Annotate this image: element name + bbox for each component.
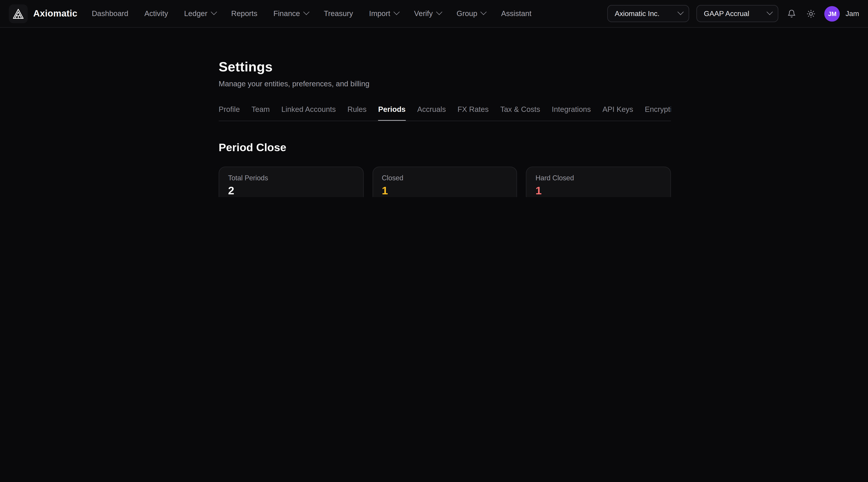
- tab-linked-accounts[interactable]: Linked Accounts: [281, 105, 336, 121]
- nav-item-assistant[interactable]: Assistant: [501, 9, 531, 18]
- chevron-down-icon: [480, 9, 487, 15]
- tab-accruals[interactable]: Accruals: [417, 105, 446, 121]
- settings-tabs: Profile Team Linked Accounts Rules Perio…: [219, 105, 671, 121]
- user-avatar[interactable]: JM: [825, 6, 840, 22]
- stat-card-hard-closed: Hard Closed 1: [526, 166, 671, 197]
- user-name: Jam: [846, 9, 859, 18]
- chevron-down-icon: [211, 9, 217, 15]
- chevron-down-icon: [303, 9, 309, 15]
- nav-item-ledger[interactable]: Ledger: [184, 9, 215, 18]
- stat-value: 2: [228, 184, 354, 197]
- stat-card-closed: Closed 1: [372, 166, 517, 197]
- main-nav: Dashboard Activity Ledger Reports Financ…: [92, 9, 531, 18]
- chevron-down-icon: [394, 9, 400, 15]
- stat-label: Hard Closed: [535, 174, 662, 182]
- top-navbar: Axiomatic Dashboard Activity Ledger Repo…: [0, 0, 868, 28]
- nav-item-import[interactable]: Import: [369, 9, 398, 18]
- tab-encryption[interactable]: Encryption: [645, 105, 671, 121]
- bell-icon: [787, 9, 796, 18]
- tab-tax-costs[interactable]: Tax & Costs: [500, 105, 540, 121]
- nav-item-verify[interactable]: Verify: [414, 9, 440, 18]
- stat-cards: Total Periods 2 Closed 1 Hard Closed 1: [219, 166, 671, 197]
- app-logo[interactable]: [9, 4, 28, 23]
- nav-item-treasury[interactable]: Treasury: [324, 9, 353, 18]
- stat-value: 1: [382, 184, 508, 197]
- nav-item-finance[interactable]: Finance: [274, 9, 308, 18]
- page-subtitle: Manage your entities, preferences, and b…: [219, 80, 671, 88]
- stat-label: Total Periods: [228, 174, 354, 182]
- stat-card-total-periods: Total Periods 2: [219, 166, 364, 197]
- stat-value: 1: [535, 184, 662, 197]
- tab-periods[interactable]: Periods: [378, 105, 405, 121]
- accounting-basis-selector[interactable]: GAAP Accrual: [697, 5, 778, 22]
- entity-selector[interactable]: Axiomatic Inc.: [608, 5, 689, 22]
- app-viewport: Axiomatic Dashboard Activity Ledger Repo…: [0, 0, 868, 197]
- brand-name: Axiomatic: [33, 8, 77, 19]
- chevron-down-icon: [436, 9, 442, 15]
- notifications-button[interactable]: [786, 7, 798, 20]
- nav-item-group[interactable]: Group: [457, 9, 485, 18]
- settings-page: Settings Manage your entities, preferenc…: [219, 59, 671, 197]
- tab-integrations[interactable]: Integrations: [552, 105, 591, 121]
- sun-icon: [807, 9, 815, 18]
- stat-label: Closed: [382, 174, 508, 182]
- theme-toggle-button[interactable]: [805, 7, 817, 20]
- navbar-right: Axiomatic Inc. GAAP Accrual: [608, 5, 859, 22]
- tab-team[interactable]: Team: [251, 105, 270, 121]
- tab-fx-rates[interactable]: FX Rates: [458, 105, 489, 121]
- nav-item-reports[interactable]: Reports: [231, 9, 257, 18]
- nav-item-dashboard[interactable]: Dashboard: [92, 9, 128, 18]
- chevron-down-icon: [678, 9, 684, 15]
- section-title: Period Close: [219, 141, 671, 154]
- page-title: Settings: [219, 59, 671, 75]
- tab-api-keys[interactable]: API Keys: [602, 105, 633, 121]
- tab-profile[interactable]: Profile: [219, 105, 240, 121]
- nav-item-activity[interactable]: Activity: [145, 9, 168, 18]
- tab-rules[interactable]: Rules: [347, 105, 367, 121]
- chevron-down-icon: [767, 9, 773, 15]
- triangle-logo-icon: [12, 7, 24, 20]
